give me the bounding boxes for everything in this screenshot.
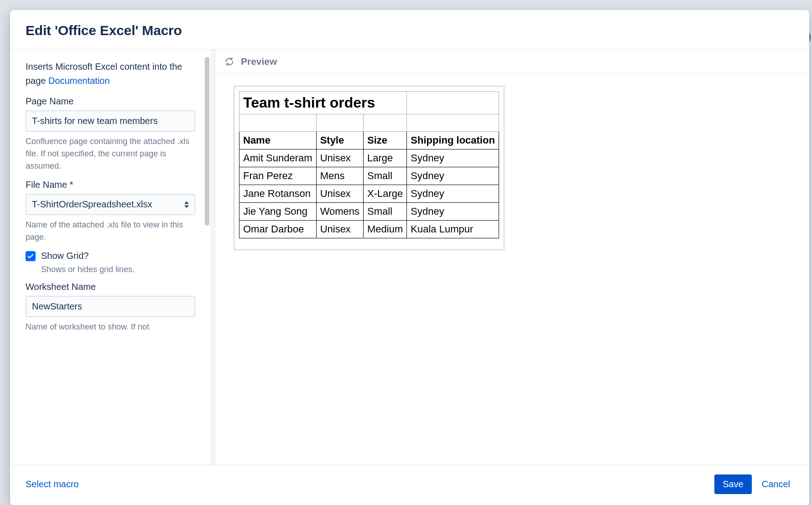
- table-row: Jane RotansonUnisexX-LargeSydney: [239, 185, 499, 203]
- table-row: Fran PerezMensSmallSydney: [239, 167, 499, 185]
- table-cell: Amit Sunderam: [239, 149, 317, 167]
- macro-form-panel: Inserts Microsoft Excel content into the…: [10, 50, 211, 465]
- file-name-label: File Name *: [26, 180, 195, 190]
- file-name-help: Name of the attached .xls file to view i…: [26, 219, 195, 243]
- table-cell: Jane Rotanson: [239, 185, 317, 203]
- excel-table: Team t-shirt orders NameStyleSizeShippin…: [239, 91, 499, 238]
- table-cell: Unisex: [316, 185, 363, 203]
- worksheet-name-help: Name of worksheet to show. If not: [26, 321, 195, 333]
- file-name-select[interactable]: [26, 194, 195, 215]
- macro-edit-modal: Edit 'Office Excel' Macro Inserts Micros…: [10, 10, 809, 505]
- table-cell: Womens: [316, 203, 363, 221]
- modal-header: Edit 'Office Excel' Macro: [10, 10, 809, 49]
- table-cell: Jie Yang Song: [239, 203, 317, 221]
- worksheet-name-label: Worksheet Name: [26, 282, 195, 292]
- save-button[interactable]: Save: [714, 474, 752, 494]
- excel-preview-frame: Team t-shirt orders NameStyleSizeShippin…: [234, 86, 505, 250]
- table-row: Jie Yang SongWomensSmallSydney: [239, 203, 499, 221]
- select-macro-link[interactable]: Select macro: [26, 479, 79, 490]
- table-cell: Small: [364, 203, 407, 221]
- column-header: Size: [364, 132, 407, 149]
- show-grid-checkbox[interactable]: [26, 251, 36, 261]
- scrollbar-thumb[interactable]: [205, 57, 209, 226]
- table-cell: Sydney: [407, 167, 499, 185]
- empty-cell: [364, 114, 407, 132]
- modal-title: Edit 'Office Excel' Macro: [26, 23, 794, 38]
- preview-pane: Preview Team t-shirt orders: [215, 50, 809, 465]
- panel-splitter[interactable]: [211, 50, 215, 465]
- show-grid-label: Show Grid?: [41, 251, 89, 261]
- table-cell: Small: [364, 167, 407, 185]
- modal-body: Inserts Microsoft Excel content into the…: [10, 49, 809, 465]
- column-header: Shipping location: [407, 132, 499, 149]
- table-cell: Sydney: [407, 149, 499, 167]
- empty-cell: [407, 92, 499, 114]
- table-row: Amit SunderamUnisexLargeSydney: [239, 149, 499, 167]
- empty-cell: [239, 114, 317, 132]
- table-cell: X-Large: [364, 185, 407, 203]
- refresh-icon[interactable]: [224, 57, 234, 67]
- preview-title: Preview: [241, 56, 277, 67]
- table-cell: Mens: [316, 167, 363, 185]
- table-cell: Unisex: [316, 221, 363, 238]
- documentation-link[interactable]: Documentation: [48, 76, 110, 86]
- macro-description: Inserts Microsoft Excel content into the…: [26, 60, 195, 88]
- column-header: Style: [316, 132, 363, 149]
- show-grid-help: Shows or hides grid lines.: [41, 265, 195, 274]
- sheet-title-cell: Team t-shirt orders: [239, 92, 407, 114]
- scrollbar[interactable]: [204, 53, 211, 227]
- table-cell: Unisex: [316, 149, 363, 167]
- modal-footer: Select macro Save Cancel: [10, 465, 809, 505]
- page-name-input[interactable]: [26, 110, 195, 132]
- show-grid-field: Show Grid? Shows or hides grid lines.: [26, 251, 195, 274]
- worksheet-name-input[interactable]: [26, 296, 195, 317]
- table-cell: Sydney: [407, 185, 499, 203]
- table-cell: Medium: [364, 221, 407, 238]
- file-name-field: File Name * Name of the attached .xls fi…: [26, 180, 195, 243]
- table-cell: Sydney: [407, 203, 499, 221]
- check-icon: [27, 253, 34, 259]
- table-row: Omar DarboeUnisexMediumKuala Lumpur: [239, 221, 499, 238]
- table-cell: Fran Perez: [239, 167, 317, 185]
- table-cell: Kuala Lumpur: [407, 221, 499, 238]
- empty-cell: [316, 114, 363, 132]
- empty-cell: [407, 114, 499, 132]
- column-header: Name: [239, 132, 317, 149]
- table-cell: Omar Darboe: [239, 221, 317, 238]
- page-name-help: Confluence page containing the attached …: [26, 135, 195, 172]
- preview-header: Preview: [215, 50, 809, 74]
- preview-body: Team t-shirt orders NameStyleSizeShippin…: [215, 74, 809, 465]
- table-cell: Large: [364, 149, 407, 167]
- cancel-button[interactable]: Cancel: [758, 474, 794, 494]
- page-name-label: Page Name: [26, 96, 195, 107]
- worksheet-name-field: Worksheet Name Name of worksheet to show…: [26, 282, 195, 333]
- page-name-field: Page Name Confluence page containing the…: [26, 96, 195, 172]
